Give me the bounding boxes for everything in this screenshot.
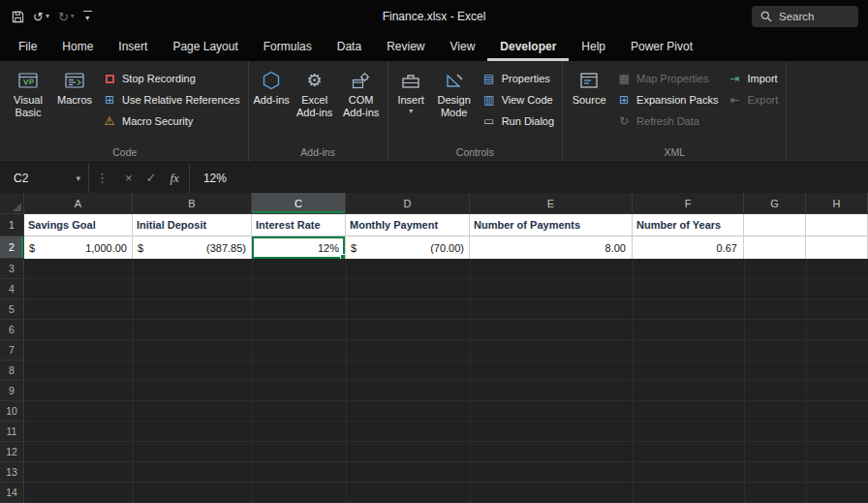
xml-small-buttons-1: ▦ Map Properties ⊞ Expansion Packs ↻ Ref… [612, 64, 723, 132]
cell-F2[interactable]: 0.67 [633, 236, 744, 259]
formula-input[interactable]: 12% [190, 163, 868, 193]
macros-label: Macros [57, 94, 92, 107]
tab-formulas[interactable]: Formulas [251, 33, 325, 61]
macro-security-button[interactable]: ⚠ Macro Security [98, 110, 245, 132]
empty-cells-grid[interactable] [24, 259, 868, 503]
cell-F1[interactable]: Number of Years [633, 214, 744, 236]
row-header-7[interactable]: 7 [0, 340, 23, 361]
insert-controls-button[interactable]: Insert ▾ [391, 64, 431, 115]
visual-basic-button[interactable]: Visual Basic [5, 64, 51, 119]
insert-function-icon[interactable]: fx [170, 171, 179, 186]
xml-small-buttons-2: ⇥ Import ⇤ Export [723, 64, 783, 110]
excel-add-ins-button[interactable]: ⚙ Excel Add-ins [292, 64, 338, 119]
tab-review[interactable]: Review [374, 33, 437, 61]
row-header-5[interactable]: 5 [0, 299, 23, 320]
row-header-3[interactable]: 3 [0, 259, 23, 279]
sheet-row-2: 2 $ 1,000.00 $ (387.85) 12% $ (70.00) 8.… [0, 236, 868, 259]
redo-icon: ↻ [58, 11, 69, 23]
formula-bar-buttons: × ✓ fx [115, 163, 190, 193]
cell-A2[interactable]: $ 1,000.00 [24, 236, 133, 259]
select-all-button[interactable] [0, 193, 24, 213]
expansion-packs-button[interactable]: ⊞ Expansion Packs [612, 89, 723, 110]
column-header-c[interactable]: C [252, 193, 346, 213]
tab-developer[interactable]: Developer [487, 33, 569, 61]
row-header-1[interactable]: 1 [0, 214, 24, 236]
cell-B1[interactable]: Initial Deposit [133, 214, 252, 236]
stop-recording-icon [103, 75, 116, 83]
com-add-ins-button[interactable]: COM Add-ins [338, 64, 385, 119]
tab-page-layout[interactable]: Page Layout [160, 33, 250, 61]
use-relative-references-button[interactable]: ⊞ Use Relative References [98, 89, 245, 110]
properties-button[interactable]: ▤ Properties [478, 68, 559, 89]
tab-power-pivot[interactable]: Power Pivot [618, 33, 705, 61]
name-box-caret-icon[interactable]: ▾ [76, 173, 80, 183]
row-header-8[interactable]: 8 [0, 361, 23, 381]
cell-D1[interactable]: Monthly Payment [346, 214, 470, 236]
column-header-b[interactable]: B [133, 193, 252, 213]
com-add-ins-icon [352, 67, 371, 94]
cell-D2-currency: $ [351, 242, 356, 254]
column-header-h[interactable]: H [806, 193, 868, 213]
ribbon: Visual Basic Macros Stop Recording ⊞ [0, 61, 868, 162]
save-icon [12, 11, 24, 23]
cell-H2[interactable] [806, 236, 868, 259]
source-button[interactable]: Source [566, 64, 612, 107]
group-label-controls: Controls [391, 144, 559, 162]
view-code-button[interactable]: ▥ View Code [478, 89, 559, 110]
row-header-14[interactable]: 14 [0, 483, 23, 503]
cell-G1[interactable] [744, 214, 806, 236]
cell-E2[interactable]: 8.00 [470, 236, 633, 259]
search-box[interactable]: Search [752, 6, 858, 27]
row-header-13[interactable]: 13 [0, 462, 23, 483]
cell-G2[interactable] [744, 236, 806, 259]
row-header-11[interactable]: 11 [0, 422, 23, 442]
customize-caret-icon: ▾ [85, 15, 89, 22]
row-header-2[interactable]: 2 [0, 236, 24, 259]
stop-recording-button[interactable]: Stop Recording [98, 68, 245, 89]
cell-B2-currency: $ [138, 242, 143, 254]
row-header-4[interactable]: 4 [0, 279, 23, 299]
cell-A1[interactable]: Savings Goal [24, 214, 133, 236]
tab-insert[interactable]: Insert [106, 33, 160, 61]
cell-C1[interactable]: Interest Rate [252, 214, 346, 236]
cell-B2[interactable]: $ (387.85) [133, 236, 252, 259]
cell-H1[interactable] [806, 214, 868, 236]
tab-help[interactable]: Help [569, 33, 618, 61]
macros-button[interactable]: Macros [51, 64, 98, 107]
tab-data[interactable]: Data [325, 33, 374, 61]
row-header-12[interactable]: 12 [0, 442, 23, 462]
import-button[interactable]: ⇥ Import [723, 68, 783, 89]
undo-button[interactable]: ↺ ▾ [33, 11, 49, 23]
map-properties-label: Map Properties [636, 73, 709, 84]
add-ins-button[interactable]: Add-ins [252, 64, 292, 107]
title-bar: ↺ ▾ ↻ ▾ ▾ Finance.xlsx - Excel Search [0, 0, 868, 33]
tab-home[interactable]: Home [49, 33, 106, 61]
row-header-10[interactable]: 10 [0, 401, 23, 422]
cell-D2[interactable]: $ (70.00) [346, 236, 470, 259]
properties-label: Properties [502, 73, 550, 84]
column-header-g[interactable]: G [744, 193, 806, 213]
import-icon: ⇥ [728, 73, 741, 84]
tab-file[interactable]: File [6, 33, 49, 61]
row-header-9[interactable]: 9 [0, 381, 23, 401]
row-header-6[interactable]: 6 [0, 320, 23, 340]
column-header-f[interactable]: F [633, 193, 744, 213]
design-mode-label: Design Mode [431, 94, 478, 119]
run-dialog-button[interactable]: ▭ Run Dialog [478, 110, 559, 132]
ribbon-group-code: Visual Basic Macros Stop Recording ⊞ [2, 61, 249, 162]
column-header-e[interactable]: E [470, 193, 633, 213]
excel-window: ↺ ▾ ↻ ▾ ▾ Finance.xlsx - Excel Search Fi… [0, 0, 868, 503]
customize-quick-access-toolbar-button[interactable]: ▾ [83, 11, 92, 22]
gridline [744, 259, 745, 503]
cell-C2-selected[interactable]: 12% [252, 236, 346, 259]
column-header-d[interactable]: D [346, 193, 470, 213]
column-header-a[interactable]: A [24, 193, 133, 213]
design-mode-button[interactable]: Design Mode [431, 64, 478, 119]
cell-E1[interactable]: Number of Payments [470, 214, 633, 236]
tab-view[interactable]: View [438, 33, 488, 61]
name-box[interactable]: C2 ▾ [0, 163, 89, 193]
macro-security-label: Macro Security [122, 115, 193, 127]
undo-caret-icon[interactable]: ▾ [46, 13, 49, 20]
design-mode-icon [445, 67, 464, 94]
save-button[interactable] [12, 11, 24, 23]
